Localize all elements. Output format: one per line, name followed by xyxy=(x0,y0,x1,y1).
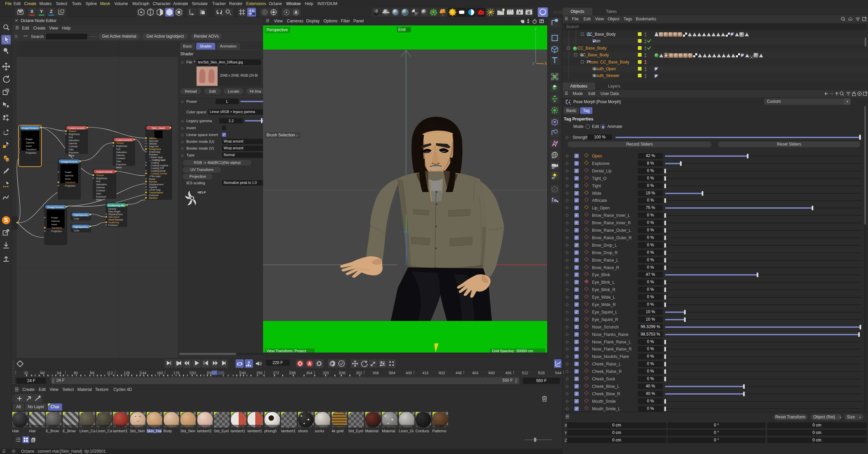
svg-text:Contrast: Contrast xyxy=(116,157,125,159)
svg-text:Gamma: Gamma xyxy=(26,141,34,144)
svg-text:Texture: Texture xyxy=(116,142,124,144)
svg-text:Coating bump: Coating bump xyxy=(151,170,166,172)
svg-text:Normal: Normal xyxy=(149,181,157,183)
svg-text:Opacity: Opacity xyxy=(149,186,157,189)
svg-text:Hue: Hue xyxy=(96,180,100,183)
svg-text:Scattering: Scattering xyxy=(108,221,119,224)
svg-text:Mask: Mask xyxy=(69,154,74,157)
svg-text:128: 128 xyxy=(124,371,130,375)
svg-text:ST: ST xyxy=(552,167,555,169)
svg-text:Displacement: Displacement xyxy=(108,213,123,216)
svg-text:Gain: Gain xyxy=(69,148,74,151)
svg-text:RgbSpectru: RgbSpectru xyxy=(74,213,88,216)
svg-text:A: A xyxy=(248,361,250,364)
svg-text:496: 496 xyxy=(505,371,511,375)
svg-text:Exposure: Exposure xyxy=(116,163,126,166)
svg-text:Brightness: Brightness xyxy=(69,133,80,136)
svg-text:Mask: Mask xyxy=(116,166,122,169)
svg-text:Saturation: Saturation xyxy=(96,183,107,186)
svg-text:Medium: Medium xyxy=(149,197,158,199)
svg-text:RgbSpectru: RgbSpectru xyxy=(74,225,88,228)
svg-text:Roughness: Roughness xyxy=(149,148,161,151)
svg-text:Texture: Texture xyxy=(96,174,104,176)
svg-text:Contrast: Contrast xyxy=(96,189,105,192)
svg-text:Transform: Transform xyxy=(26,148,37,151)
svg-text:Emission: Emission xyxy=(108,224,118,226)
svg-text:Gamma: Gamma xyxy=(116,154,125,156)
svg-text:Displacement: Displacement xyxy=(149,183,163,186)
svg-text:ImageTexture: ImageTexture xyxy=(22,127,38,130)
svg-text:Contrast: Contrast xyxy=(69,145,78,148)
svg-text:Saturation: Saturation xyxy=(116,151,127,153)
svg-text:Power: Power xyxy=(26,138,33,140)
svg-text:A: A xyxy=(308,361,311,366)
svg-text:400: 400 xyxy=(406,371,412,375)
svg-text:384: 384 xyxy=(389,371,395,375)
svg-text:Gamma: Gamma xyxy=(69,142,77,145)
svg-text:256: 256 xyxy=(256,371,262,375)
svg-text:208: 208 xyxy=(206,371,213,375)
svg-text:416: 416 xyxy=(422,371,428,375)
svg-text:336: 336 xyxy=(339,371,346,375)
svg-text:Step length: Step length xyxy=(108,210,121,213)
svg-text:Coating normal: Coating normal xyxy=(151,172,167,175)
svg-text:Projection: Projection xyxy=(26,152,36,154)
svg-text:Absorption: Absorption xyxy=(108,216,120,219)
svg-text:304: 304 xyxy=(306,371,312,375)
svg-text:ColorCorrecti: ColorCorrecti xyxy=(96,170,112,173)
svg-text:320: 320 xyxy=(323,371,329,375)
svg-text:Brightness: Brightness xyxy=(96,177,108,180)
svg-text:› Film layer: › Film layer xyxy=(149,175,161,178)
svg-text:Metallic: Metallic xyxy=(149,143,157,145)
svg-text:32: 32 xyxy=(24,371,28,375)
svg-text:Gamma: Gamma xyxy=(96,186,105,189)
svg-text:Invert: Invert xyxy=(26,145,32,147)
svg-text:Brightness: Brightness xyxy=(116,145,128,148)
svg-text:ST: ST xyxy=(552,177,555,179)
svg-text:544: 544 xyxy=(555,371,561,375)
svg-text:Color: Color xyxy=(74,229,79,232)
svg-text:Skin_Hand: Skin_Hand xyxy=(151,127,165,130)
svg-text:1/IOR map: 1/IOR map xyxy=(149,189,161,191)
svg-text:176: 176 xyxy=(173,371,180,375)
svg-text:48: 48 xyxy=(40,371,44,375)
svg-text:BLEND: BLEND xyxy=(383,12,390,14)
svg-text:Projection: Projection xyxy=(65,185,75,187)
svg-text:X: X xyxy=(544,61,547,65)
svg-text:Texture: Texture xyxy=(69,130,76,132)
svg-text:220: 220 xyxy=(218,371,224,375)
svg-text:Density: Density xyxy=(108,208,116,210)
svg-text:ColorCorrecti: ColorCorrecti xyxy=(68,127,84,130)
svg-text:Coating: Coating xyxy=(151,162,159,164)
svg-text:Anisotropy: Anisotropy xyxy=(149,151,161,153)
svg-text:Power: Power xyxy=(65,171,72,173)
svg-text:ST: ST xyxy=(552,156,555,158)
svg-text:Transmission: Transmission xyxy=(149,191,163,194)
svg-text:368: 368 xyxy=(372,371,378,375)
svg-text:Power: Power xyxy=(51,216,58,219)
svg-text:272: 272 xyxy=(273,371,279,375)
svg-text:› Sheen layer: › Sheen layer xyxy=(149,156,163,159)
svg-text:Albedo: Albedo xyxy=(149,137,156,139)
svg-text:Exposure: Exposure xyxy=(96,195,106,198)
svg-text:Transform: Transform xyxy=(51,227,62,229)
svg-text:Edge tint: Edge tint xyxy=(149,145,159,148)
svg-text:Gamma: Gamma xyxy=(51,220,60,222)
svg-text:Z: Z xyxy=(532,62,534,65)
svg-text:Exposure: Exposure xyxy=(69,151,79,154)
svg-text:Invert: Invert xyxy=(65,178,71,180)
svg-text:Gain: Gain xyxy=(96,192,101,195)
svg-text:Transform: Transform xyxy=(65,181,76,184)
svg-text:288: 288 xyxy=(290,371,296,375)
svg-text:448: 448 xyxy=(456,371,462,375)
svg-text:64: 64 xyxy=(57,371,61,375)
svg-text:Color: Color xyxy=(74,217,79,220)
svg-text:Rotation: Rotation xyxy=(149,153,158,156)
svg-text:240: 240 xyxy=(240,371,246,375)
svg-text:Bump: Bump xyxy=(149,178,155,181)
svg-text:432: 432 xyxy=(439,371,445,375)
svg-text:⌄ Coating layer: ⌄ Coating layer xyxy=(149,159,166,162)
svg-text:Specular: Specular xyxy=(149,140,159,143)
svg-text:ImageTexture: ImageTexture xyxy=(48,206,64,209)
svg-text:HELP: HELP xyxy=(198,191,206,194)
